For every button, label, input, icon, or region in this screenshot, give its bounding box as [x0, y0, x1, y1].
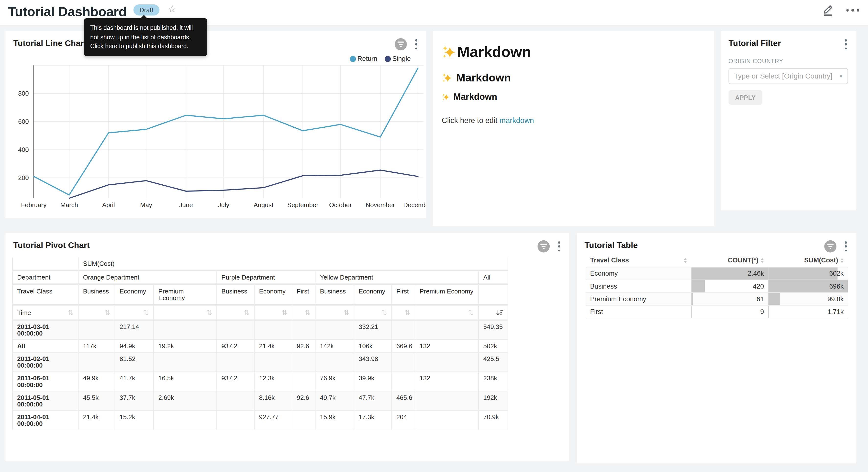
- pivot-cell: 47.7k: [354, 391, 392, 411]
- pivot-cell: [392, 321, 415, 340]
- pivot-cell: 92.6: [292, 391, 315, 411]
- travel-class-cell: Economy: [586, 268, 691, 280]
- star-icon[interactable]: ☆: [168, 3, 177, 15]
- select-placeholder: Type or Select [Origin Country]: [734, 72, 832, 80]
- y-axis-tick-label: 400: [18, 146, 29, 153]
- pivot-row-label: 2011-02-01 00:00:00: [12, 353, 79, 372]
- apply-button[interactable]: APPLY: [728, 90, 762, 105]
- pivot-class-header: Economy: [254, 285, 292, 306]
- sort-arrows-icon[interactable]: ⇅: [344, 309, 349, 316]
- value-bar: [691, 306, 692, 318]
- pivot-cell: 37.7k: [115, 391, 154, 411]
- table-row: Business420696k: [586, 280, 848, 293]
- pivot-department-header: Orange Department: [79, 271, 217, 285]
- pivot-cell: 12.3k: [254, 372, 292, 391]
- y-axis-tick-label: 200: [18, 174, 29, 181]
- sort-arrows-icon[interactable]: ⇅: [104, 309, 110, 316]
- y-axis-tick-label: 600: [18, 118, 29, 125]
- value-bar: [768, 268, 837, 280]
- pivot-class-header: Premium Economy: [154, 285, 217, 306]
- x-axis-tick-label: August: [253, 201, 274, 209]
- filter-circle-icon[interactable]: [395, 38, 407, 51]
- pivot-cell: [415, 353, 479, 372]
- x-axis-tick-label: December: [403, 201, 426, 209]
- markdown-edit-link[interactable]: markdown: [499, 116, 534, 124]
- pivot-cell: 19.2k: [154, 340, 217, 353]
- sort-arrows-icon[interactable]: ⇅: [305, 309, 311, 316]
- value-bar: [691, 280, 705, 293]
- pivot-cell: [217, 321, 255, 340]
- sort-arrows-icon[interactable]: ⇅: [281, 309, 287, 316]
- pivot-sort-column: ⇅: [415, 306, 479, 321]
- pivot-data-row: 2011-04-01 00:00:0021.4k15.2k927.7715.9k…: [12, 411, 508, 430]
- pivot-cell: [79, 321, 115, 340]
- filter-circle-icon[interactable]: [538, 240, 550, 253]
- pivot-cell: 92.6: [292, 340, 315, 353]
- kebab-menu-icon[interactable]: [843, 240, 849, 253]
- column-header-count-[interactable]: COUNT(*): [691, 255, 769, 267]
- edit-pencil-icon[interactable]: [821, 3, 835, 18]
- panel-tutorial-pivot-chart: Tutorial Pivot Chart SUM(Cost)Department…: [6, 233, 569, 461]
- travel-class-cell: Business: [586, 280, 691, 293]
- column-header-travel-class[interactable]: Travel Class: [586, 255, 691, 267]
- sort-arrows-icon[interactable]: ⇅: [468, 309, 474, 316]
- pivot-data-row: 2011-02-01 00:00:0081.52343.98425.5: [12, 353, 508, 372]
- sort-arrows-icon[interactable]: ⇅: [381, 309, 387, 316]
- pivot-cell: [392, 353, 415, 372]
- count-cell: 420: [691, 280, 769, 293]
- tooltip-line: This dashboard is not published, it will: [90, 23, 201, 32]
- caret-down-icon: ▾: [839, 72, 843, 80]
- pivot-cell: 204: [392, 411, 415, 430]
- x-axis-tick-label: March: [60, 201, 78, 209]
- panel-markdown: Markdown Markdown Markdown Click here to: [433, 31, 714, 226]
- pivot-data-row: 2011-03-01 00:00:00217.14332.21549.35: [12, 321, 508, 340]
- pivot-cell: 8.16k: [254, 391, 292, 411]
- cell-value: 2.46k: [748, 270, 764, 277]
- pivot-cell: [292, 353, 315, 372]
- origin-country-select[interactable]: Type or Select [Origin Country] ▾: [728, 68, 848, 84]
- table-row: First91.71k: [586, 306, 848, 318]
- pivot-cell: 41.7k: [115, 372, 154, 391]
- sort-arrows-icon[interactable]: ⇅: [68, 309, 73, 316]
- pivot-cell: 937.2: [217, 340, 255, 353]
- pivot-all-header: All: [479, 271, 508, 285]
- filter-circle-icon[interactable]: [825, 240, 837, 253]
- draft-badge[interactable]: Draft: [133, 4, 159, 16]
- pivot-corner-cell: [12, 258, 79, 271]
- sort-arrows-icon[interactable]: ⇅: [206, 309, 212, 316]
- panel-tutorial-table: Tutorial Table Travel ClassCOUNT(*)SUM(C…: [577, 233, 856, 464]
- pivot-cell: 15.9k: [315, 411, 354, 430]
- pivot-header-icons: [538, 240, 562, 253]
- column-header-sum-cost-[interactable]: SUM(Cost): [768, 255, 848, 267]
- kebab-menu-icon[interactable]: [556, 240, 563, 253]
- chart-title: Tutorial Line Chart: [13, 38, 86, 48]
- dashboard-page: Tutorial Dashboard Draft ☆ This dashboar…: [0, 0, 868, 472]
- sort-arrows-icon[interactable]: ⇅: [143, 309, 149, 316]
- x-axis-tick-label: July: [218, 201, 229, 209]
- pivot-cell: [254, 321, 292, 340]
- kebab-menu-icon[interactable]: [843, 38, 849, 51]
- sort-descending-icon[interactable]: [496, 309, 503, 316]
- markdown-h3-text: Markdown: [453, 92, 497, 102]
- pivot-sort-row: Time⇅⇅⇅⇅⇅⇅⇅⇅⇅⇅⇅: [12, 306, 508, 321]
- sparkles-icon: [442, 45, 457, 60]
- pivot-cell: 21.4k: [254, 340, 292, 353]
- pivot-cell: 343.98: [354, 353, 392, 372]
- column-header-label: Travel Class: [590, 256, 629, 264]
- kebab-menu-icon[interactable]: [413, 38, 420, 51]
- sum-cell: 696k: [768, 280, 848, 293]
- pivot-cell: [292, 372, 315, 391]
- sort-arrows-icon[interactable]: ⇅: [404, 309, 410, 316]
- pivot-cell: 21.4k: [79, 411, 115, 430]
- pivot-cell: 465.6: [392, 391, 415, 411]
- sort-arrows-icon[interactable]: ⇅: [244, 309, 250, 316]
- pivot-cell: 132: [415, 372, 479, 391]
- pivot-cell: [254, 353, 292, 372]
- pivot-class-header: Business: [315, 285, 354, 306]
- pivot-cell: 927.77: [254, 411, 292, 430]
- table-title: Tutorial Table: [585, 240, 638, 250]
- ellipsis-icon[interactable]: [844, 7, 861, 14]
- y-axis-tick-label: 800: [18, 90, 29, 97]
- pivot-sort-column: ⇅: [79, 306, 115, 321]
- page-title: Tutorial Dashboard: [8, 4, 127, 19]
